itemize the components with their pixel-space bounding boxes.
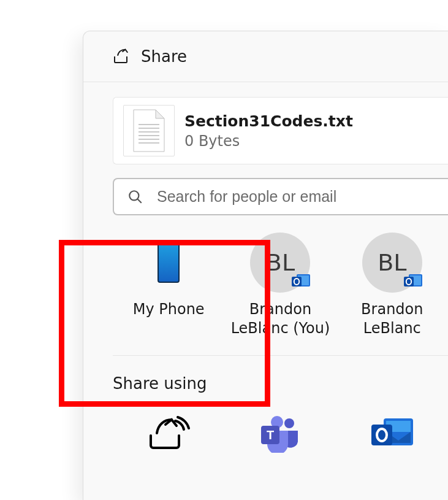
nearby-sharing-icon: [147, 416, 190, 450]
svg-line-9: [137, 199, 142, 203]
svg-text:T: T: [267, 428, 274, 442]
text-file-icon: [123, 105, 175, 156]
app-teams[interactable]: T: [224, 416, 336, 453]
dialog-header: Share: [83, 31, 448, 82]
target-my-phone[interactable]: My Phone: [113, 233, 224, 338]
svg-marker-1: [156, 110, 164, 118]
app-nearby-sharing[interactable]: [113, 416, 224, 453]
file-size: 0 Bytes: [184, 133, 353, 150]
share-icon: [112, 47, 130, 66]
target-label: Brandon LeBlanc: [337, 300, 447, 338]
apps-row: T: [113, 416, 448, 453]
outlook-icon: [369, 416, 416, 453]
outlook-badge-icon: [403, 272, 423, 290]
target-contact[interactable]: BL Brandon LeBlanc: [336, 233, 448, 338]
svg-point-18: [284, 418, 294, 428]
phone-icon: [158, 242, 180, 283]
target-contact-self[interactable]: BL Brandon LeBlanc (You): [224, 233, 336, 338]
share-dialog: Share Section31Codes.txt 0 Bytes: [83, 31, 448, 500]
target-label: My Phone: [133, 300, 205, 319]
file-name: Section31Codes.txt: [184, 112, 353, 130]
share-targets-row: My Phone BL Brandon LeBlanc (You): [113, 233, 448, 356]
teams-icon: T: [259, 416, 302, 453]
app-outlook[interactable]: [336, 416, 448, 453]
svg-point-8: [129, 191, 139, 200]
search-box[interactable]: [113, 178, 448, 215]
outlook-badge-icon: [290, 272, 311, 290]
dialog-title: Share: [141, 47, 187, 66]
search-icon: [127, 189, 143, 205]
file-card: Section31Codes.txt 0 Bytes: [113, 97, 448, 164]
share-using-heading: Share using: [113, 374, 448, 393]
target-label: Brandon LeBlanc (You): [225, 300, 335, 338]
share-using-section: Share using: [113, 374, 448, 453]
search-input[interactable]: [157, 188, 435, 206]
